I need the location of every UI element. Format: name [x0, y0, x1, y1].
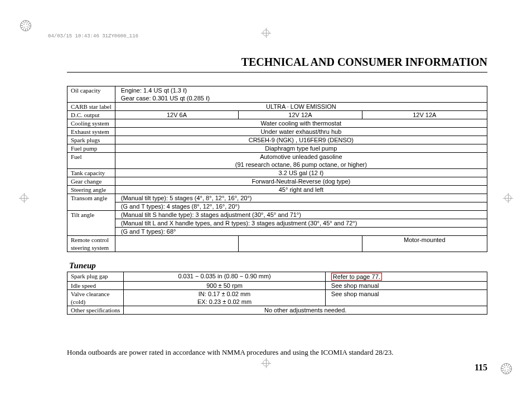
tuneup-label: Other specifications — [67, 306, 124, 315]
spec-value: ULTRA · LOW EMISSION — [115, 103, 487, 111]
table-row: Idle speed 900 ± 50 rpm See shop manual — [67, 282, 487, 290]
table-row: D.C. output 12V 6A 12V 12A 12V 12A — [67, 111, 487, 119]
spec-value: 12V 6A — [115, 111, 238, 119]
footnote-text: Honda outboards are power rated in accor… — [67, 348, 487, 357]
corner-mark-tl — [20, 20, 31, 33]
spec-value: Diaphragm type fuel pump — [115, 144, 487, 153]
spec-value: Gear case: 0.301 US qt (0.285 ℓ) — [115, 94, 487, 103]
crosshair-right — [503, 193, 513, 203]
table-row: Spark plugs CR5EH-9 (NGK) , U16FER9 (DEN… — [67, 136, 487, 144]
header-stamp: 04/03/15 10:43:46 31ZY0600_116 — [48, 33, 138, 39]
table-row: Exhaust system Under water exhaust/thru … — [67, 128, 487, 136]
tuneup-label: Spark plug gap — [67, 272, 124, 282]
spec-label: Spark plugs — [67, 136, 115, 144]
table-row: Gear change Forward-Neutral-Reverse (dog… — [67, 177, 487, 186]
table-row: Fuel Automotive unleaded gasoline — [67, 153, 487, 161]
page-reference-link[interactable]: Refer to page 77. — [331, 273, 382, 281]
crosshair-bottom — [261, 358, 271, 368]
tuneup-label: Valve clearance — [67, 290, 124, 298]
table-row: Gear case: 0.301 US qt (0.285 ℓ) — [67, 94, 487, 103]
table-row: Oil capacity Engine: 1.4 US qt (1.3 ℓ) — [67, 86, 487, 95]
table-row: CARB star label ULTRA · LOW EMISSION — [67, 103, 487, 111]
crosshair-top — [261, 28, 271, 38]
spec-value: Water cooling with thermostat — [115, 119, 487, 128]
page-title: TECHNICAL AND CONSUMER INFORMATION — [67, 56, 487, 69]
spec-label: Fuel — [67, 153, 115, 169]
spec-value: (G and T types): 68° — [115, 228, 487, 236]
table-row: Remote control Motor-mounted — [67, 236, 487, 244]
corner-mark-br — [501, 363, 512, 376]
spec-label: Oil capacity — [67, 86, 115, 103]
spec-value: (Manual tilt type): 5 stages (4°, 8°, 12… — [115, 194, 487, 202]
spec-value: (Manual tilt S handle type): 3 stages ad… — [115, 211, 487, 219]
spec-label: Cooling system — [67, 119, 115, 128]
table-row: (Manual tilt L and X handle types, and R… — [67, 219, 487, 228]
spec-value — [239, 236, 362, 252]
table-row: Cooling system Water cooling with thermo… — [67, 119, 487, 128]
spec-value: (91 research octane, 86 pump octane, or … — [115, 161, 487, 169]
section-title-tuneup: Tuneup — [69, 261, 487, 271]
spec-label: Tilt angle — [67, 211, 115, 236]
spec-value: Engine: 1.4 US qt (1.3 ℓ) — [115, 86, 487, 95]
tuneup-value: 900 ± 50 rpm — [124, 282, 326, 290]
spec-label: D.C. output — [67, 111, 115, 119]
tuneup-value: 0.031 − 0.035 in (0.80 − 0.90 mm) — [124, 272, 326, 282]
tuneup-ref: See shop manual — [325, 282, 487, 290]
table-row: (G and T types): 4 stages (8°, 12°, 16°,… — [67, 202, 487, 211]
spec-value: 12V 12A — [362, 111, 487, 119]
spec-value: Motor-mounted — [362, 236, 487, 252]
tuneup-ref: See shop manual — [325, 290, 487, 306]
spec-label: CARB star label — [67, 103, 115, 111]
title-rule — [67, 72, 487, 73]
spec-label: Exhaust system — [67, 128, 115, 136]
crosshair-left — [19, 193, 29, 203]
spec-value — [115, 236, 238, 252]
table-row: Steering angle 45° right and left — [67, 186, 487, 194]
spec-label: steering system — [67, 244, 115, 252]
tuneup-value: IN: 0.17 ± 0.02 mm — [124, 290, 326, 298]
spec-value: Forward-Neutral-Reverse (dog type) — [115, 177, 487, 186]
spec-value: Under water exhaust/thru hub — [115, 128, 487, 136]
spec-value: 3.2 US gal (12 ℓ) — [115, 169, 487, 177]
spec-value: CR5EH-9 (NGK) , U16FER9 (DENSO) — [115, 136, 487, 144]
spec-value: 45° right and left — [115, 186, 487, 194]
tuneup-label: Idle speed — [67, 282, 124, 290]
spec-label: Gear change — [67, 177, 115, 186]
spec-label: Steering angle — [67, 186, 115, 194]
table-row: Other specifications No other adjustment… — [67, 306, 487, 315]
table-row: Valve clearance IN: 0.17 ± 0.02 mm See s… — [67, 290, 487, 298]
tuneup-ref-cell: Refer to page 77. — [325, 272, 487, 282]
spec-table: Oil capacity Engine: 1.4 US qt (1.3 ℓ) G… — [67, 86, 487, 252]
spec-value: 12V 12A — [239, 111, 362, 119]
table-row: (91 research octane, 86 pump octane, or … — [67, 161, 487, 169]
spec-label: Tank capacity — [67, 169, 115, 177]
spec-value: (Manual tilt L and X handle types, and R… — [115, 219, 487, 228]
spec-label: Transom angle — [67, 194, 115, 211]
spec-value: Automotive unleaded gasoline — [115, 153, 487, 161]
table-row: (G and T types): 68° — [67, 228, 487, 236]
tuneup-value: EX: 0.23 ± 0.02 mm — [124, 298, 326, 306]
spec-value: (G and T types): 4 stages (8°, 12°, 16°,… — [115, 202, 487, 211]
table-row: Tilt angle (Manual tilt S handle type): … — [67, 211, 487, 219]
spec-label: Remote control — [67, 236, 115, 244]
table-row: Tank capacity 3.2 US gal (12 ℓ) — [67, 169, 487, 177]
table-row: Transom angle (Manual tilt type): 5 stag… — [67, 194, 487, 202]
tuneup-label: (cold) — [67, 298, 124, 306]
tuneup-table: Spark plug gap 0.031 − 0.035 in (0.80 − … — [67, 272, 487, 315]
spec-label: Fuel pump — [67, 144, 115, 153]
table-row: Fuel pump Diaphragm type fuel pump — [67, 144, 487, 153]
page-number: 115 — [67, 363, 487, 373]
tuneup-value: No other adjustments needed. — [124, 306, 487, 315]
table-row: Spark plug gap 0.031 − 0.035 in (0.80 − … — [67, 272, 487, 282]
